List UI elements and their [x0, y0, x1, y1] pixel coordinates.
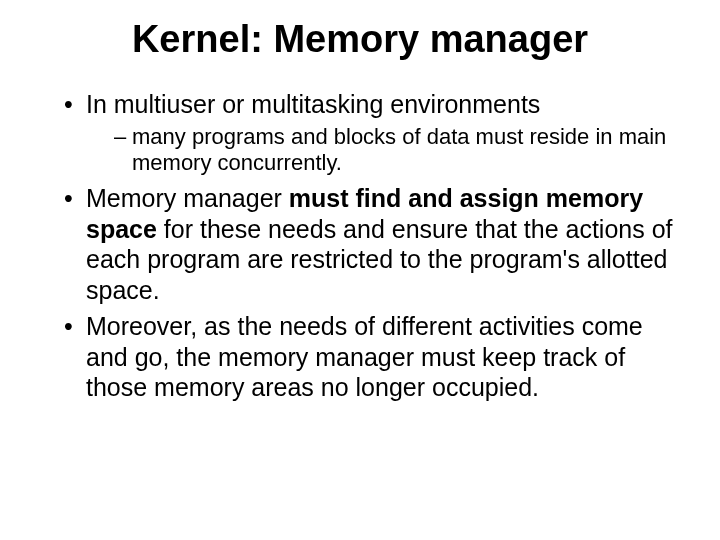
bullet-text: Moreover, as the needs of different acti… [86, 312, 643, 401]
sub-bullet-text: many programs and blocks of data must re… [132, 124, 666, 176]
slide-title: Kernel: Memory manager [40, 18, 680, 61]
bullet-text: In multiuser or multitasking environment… [86, 90, 540, 118]
bullet-text-post: for these needs and ensure that the acti… [86, 215, 673, 304]
bullet-text-pre: Memory manager [86, 184, 289, 212]
bullet-item: In multiuser or multitasking environment… [64, 89, 680, 177]
bullet-item: Moreover, as the needs of different acti… [64, 311, 680, 403]
bullet-list: In multiuser or multitasking environment… [40, 89, 680, 403]
slide: Kernel: Memory manager In multiuser or m… [0, 0, 720, 540]
sub-bullet-list: many programs and blocks of data must re… [86, 124, 680, 178]
sub-bullet-item: many programs and blocks of data must re… [114, 124, 680, 178]
bullet-item: Memory manager must find and assign memo… [64, 183, 680, 305]
